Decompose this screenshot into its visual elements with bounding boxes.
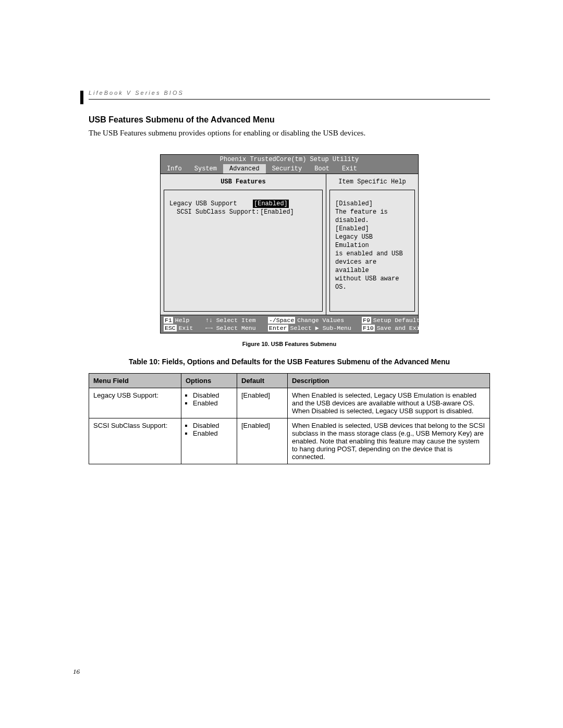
section-heading: USB Features Submenu of the Advanced Men…: [89, 115, 490, 125]
table-header-row: Menu Field Options Default Description: [89, 374, 490, 388]
bios-screenshot: Phoenix TrustedCore(tm) Setup Utility In…: [160, 154, 419, 334]
key-label: Help: [175, 317, 190, 324]
key-f9: F9: [362, 317, 371, 324]
arrow-leftright-icon: ←→: [205, 325, 213, 331]
bios-help-title: Item Specific Help: [326, 174, 418, 190]
bios-footer-line1: F1Help ↑↓ Select Item -/SpaceChange Valu…: [164, 316, 415, 324]
td-options: Disabled Enabled: [181, 418, 237, 464]
document-page: LifeBook V Series BIOS USB Features Subm…: [0, 0, 563, 728]
bios-items-box: Legacy USB Support [Enabled] SCSI SubCla…: [164, 190, 323, 312]
table-row: Legacy USB Support: Disabled Enabled [En…: [89, 388, 490, 418]
bios-item-label: Legacy USB Support: [169, 200, 253, 208]
bios-menubar: Info System Advanced Security Boot Exit: [160, 164, 419, 174]
bios-help-line: [Disabled]: [335, 200, 409, 208]
th-options: Options: [181, 374, 237, 388]
bios-help-line: Legacy USB Emulation: [335, 233, 409, 250]
td-field: SCSI SubClass Support:: [89, 418, 181, 464]
bios-help-line: [Enabled]: [335, 225, 409, 233]
bios-tab-exit[interactable]: Exit: [336, 164, 363, 174]
key-f1: F1: [164, 317, 173, 324]
td-description: When Enabled is selected, USB devices th…: [288, 418, 490, 464]
figure-caption: Figure 10. USB Features Submenu: [89, 341, 490, 347]
bios-footer-line2: ESCExit ←→ Select Menu EnterSelect ▶ Sub…: [164, 324, 415, 332]
key-esc: ESC: [164, 325, 177, 331]
td-options: Disabled Enabled: [181, 388, 237, 418]
bios-item-value[interactable]: [Enabled]: [260, 208, 294, 216]
fields-table: Menu Field Options Default Description L…: [89, 373, 490, 464]
td-default: [Enabled]: [237, 388, 288, 418]
td-description: When Enabled is selected, Legacy USB Emu…: [288, 388, 490, 418]
key-f10: F10: [362, 325, 375, 331]
bios-window-title: Phoenix TrustedCore(tm) Setup Utility: [160, 154, 419, 164]
bios-item-legacy-usb[interactable]: Legacy USB Support [Enabled]: [169, 200, 317, 208]
th-menu-field: Menu Field: [89, 374, 181, 388]
bios-footer: F1Help ↑↓ Select Item -/SpaceChange Valu…: [160, 315, 419, 334]
table-title: Table 10: Fields, Options and Defaults f…: [89, 357, 490, 366]
header-decoration-tail-icon: [80, 91, 87, 104]
option-item: Disabled: [193, 391, 232, 399]
page-number: 16: [73, 668, 80, 676]
key-enter: Enter: [268, 325, 288, 331]
running-header: LifeBook V Series BIOS: [89, 88, 490, 100]
arrow-updown-icon: ↑↓: [205, 317, 213, 324]
option-item: Enabled: [193, 429, 232, 437]
bios-body: USB Features Legacy USB Support [Enabled…: [160, 174, 419, 315]
table-row: SCSI SubClass Support: Disabled Enabled …: [89, 418, 490, 464]
key-label: Select ▶ Sub-Menu: [290, 325, 351, 331]
bios-tab-advanced[interactable]: Advanced: [223, 164, 266, 174]
th-description: Description: [288, 374, 490, 388]
bios-item-scsi-subclass[interactable]: SCSI SubClass Support: [Enabled]: [169, 208, 317, 216]
intro-paragraph: The USB Features submenu provides option…: [89, 129, 490, 138]
key-label: Exit: [179, 325, 193, 331]
bios-help-line: devices are available: [335, 258, 409, 275]
key-label: Change Values: [297, 317, 344, 324]
running-header-text: LifeBook V Series BIOS: [89, 90, 184, 96]
th-default: Default: [237, 374, 288, 388]
bios-tab-info[interactable]: Info: [161, 164, 188, 174]
bios-tab-system[interactable]: System: [188, 164, 223, 174]
bios-item-value[interactable]: [Enabled]: [253, 200, 289, 208]
key-label: Select Menu: [216, 325, 256, 331]
key-label: Setup Defaults: [373, 317, 424, 324]
bios-help-line: is enabled and USB: [335, 250, 409, 258]
bios-help-line: without USB aware OS.: [335, 275, 409, 291]
td-default: [Enabled]: [237, 418, 288, 464]
option-item: Enabled: [193, 399, 232, 407]
bios-help-pane: Item Specific Help [Disabled] The featur…: [326, 174, 418, 315]
td-field: Legacy USB Support:: [89, 388, 181, 418]
bios-left-title: USB Features: [161, 174, 326, 190]
bios-tab-security[interactable]: Security: [266, 164, 309, 174]
key-label: Save and Exit: [377, 325, 424, 331]
bios-item-label: SCSI SubClass Support:: [169, 208, 260, 216]
option-item: Disabled: [193, 422, 232, 429]
key-label: Select Item: [216, 317, 256, 324]
key-space: -/Space: [268, 317, 295, 324]
bios-help-box: [Disabled] The feature is disabled. [Ena…: [329, 190, 415, 312]
bios-help-line: The feature is disabled.: [335, 208, 409, 225]
bios-tab-boot[interactable]: Boot: [308, 164, 336, 174]
bios-left-pane: USB Features Legacy USB Support [Enabled…: [161, 174, 326, 315]
